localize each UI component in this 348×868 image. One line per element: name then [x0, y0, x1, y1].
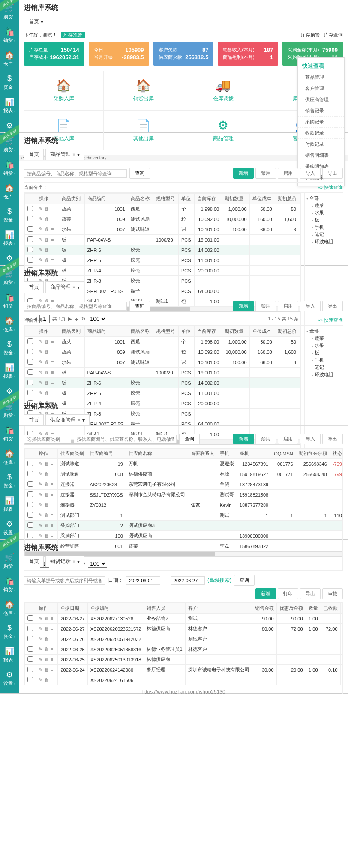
- tab-product-mgmt[interactable]: 商品管理×▾: [45, 149, 84, 160]
- date-from-input[interactable]: [126, 576, 160, 585]
- edit-icon[interactable]: ✎: [39, 339, 43, 344]
- delete-icon[interactable]: 🗑: [45, 247, 49, 252]
- delete-icon[interactable]: 🗑: [45, 257, 49, 263]
- table-row[interactable]: ✎🗑≡测试部门1测试111110.00已启用: [25, 510, 343, 521]
- action-button-导入[interactable]: 导入: [300, 301, 321, 311]
- edit-icon[interactable]: ✎: [39, 247, 43, 252]
- edit-icon[interactable]: ✎: [39, 523, 42, 528]
- sidebar-item-仓库[interactable]: 🏠仓库 ›: [0, 47, 19, 71]
- edit-icon[interactable]: ✎: [39, 227, 43, 232]
- quick-item[interactable]: 销售记录: [298, 105, 344, 116]
- more-icon[interactable]: ≡: [51, 216, 54, 221]
- tree-node[interactable]: 手机: [306, 224, 341, 231]
- table-row[interactable]: ✎🗑≡测试味道19万帆夏迎崇1234567891001776256698346-…: [25, 459, 343, 469]
- delete-icon[interactable]: 🗑: [44, 492, 49, 497]
- tree-node[interactable]: 笔记: [306, 364, 341, 371]
- delete-icon[interactable]: 🗑: [45, 370, 49, 375]
- sidebar-item-仓库[interactable]: 🏠仓库 ›: [0, 596, 19, 620]
- tab-product-mgmt[interactable]: 商品管理×▾: [45, 281, 84, 293]
- more-icon[interactable]: ≡: [51, 482, 53, 487]
- row-checkbox[interactable]: [27, 369, 33, 375]
- table-row[interactable]: ✎🗑≡蔬菜1001西瓜个1,998.001,000.0050.0050,: [25, 337, 300, 347]
- edit-icon[interactable]: ✎: [39, 370, 43, 375]
- table-row[interactable]: ✎🗑≡2022-06-25XS20220625013013918林德供应商未收款…: [25, 655, 343, 665]
- search-input[interactable]: [24, 302, 127, 311]
- row-checkbox[interactable]: [27, 471, 33, 476]
- row-checkbox[interactable]: [27, 359, 33, 365]
- table-row[interactable]: ✎🗑≡2022-06-25XS20220625051858316林德业务管理员1…: [25, 644, 343, 655]
- delete-icon[interactable]: 🗑: [45, 380, 49, 385]
- quick-item[interactable]: 商品管理: [298, 72, 344, 83]
- action-button-审核[interactable]: 审核: [322, 588, 343, 599]
- delete-icon[interactable]: 🗑: [44, 482, 49, 487]
- more-icon[interactable]: ≡: [51, 616, 53, 621]
- edit-icon[interactable]: ✎: [39, 206, 43, 211]
- top-link[interactable]: 库存预警: [301, 32, 320, 37]
- table-row[interactable]: ✎🗑≡XS20220624161506未收款: [25, 675, 343, 685]
- sidebar-item-销货[interactable]: 🛍️销货 ›: [0, 573, 19, 596]
- tab-supplier-mgmt[interactable]: 供应商管理×▾: [45, 414, 90, 425]
- search-button[interactable]: 查询: [129, 301, 150, 311]
- edit-icon[interactable]: ✎: [39, 502, 42, 507]
- sidebar-item-仓库[interactable]: 🏠仓库 ›: [0, 180, 19, 204]
- sidebar-item-销货[interactable]: 🛍️销货 ›: [0, 422, 19, 446]
- table-row[interactable]: ✎🗑≡2022-06-27XS20220626023521572林德供应商林德客…: [25, 624, 343, 634]
- row-checkbox[interactable]: [27, 380, 33, 385]
- row-checkbox[interactable]: [27, 257, 33, 263]
- advanced-search-link[interactable]: (高级搜索): [207, 577, 231, 584]
- edit-icon[interactable]: ✎: [39, 512, 42, 518]
- action-button-新增[interactable]: 新增: [255, 588, 276, 599]
- tree-node[interactable]: 手机: [306, 356, 341, 364]
- edit-icon[interactable]: ✎: [39, 237, 43, 242]
- delete-icon[interactable]: 🗑: [45, 216, 49, 221]
- action-button-导出[interactable]: 导出: [322, 434, 343, 444]
- table-row[interactable]: ✎🗑≡板ZHR-5胶壳PCS11,001.00: [25, 388, 300, 398]
- edit-icon[interactable]: ✎: [39, 482, 42, 487]
- row-checkbox[interactable]: [27, 236, 33, 242]
- close-icon[interactable]: ×: [72, 152, 75, 158]
- sidebar-item-购货[interactable]: 🛒购货 ›: [0, 549, 19, 573]
- row-checkbox[interactable]: [27, 206, 33, 211]
- action-button-导入[interactable]: 导入: [300, 434, 321, 444]
- search-button[interactable]: 查询: [234, 575, 255, 586]
- table-row[interactable]: ✎🗑≡连接器SSJLTDZYXGS深圳市金莱特电子有限公司测试哥15918821…: [25, 490, 343, 500]
- edit-icon[interactable]: ✎: [39, 626, 42, 631]
- action-button-导出[interactable]: 导出: [322, 168, 343, 179]
- row-checkbox[interactable]: [27, 533, 33, 538]
- delete-icon[interactable]: 🗑: [45, 390, 49, 395]
- row-checkbox[interactable]: [27, 216, 33, 221]
- row-checkbox[interactable]: [27, 636, 33, 641]
- delete-icon[interactable]: 🗑: [44, 471, 49, 476]
- delete-icon[interactable]: 🗑: [45, 339, 49, 344]
- action-采购入库[interactable]: 🏠采购入库: [24, 71, 104, 111]
- sidebar-item-仓库[interactable]: 🏠仓库 ›: [0, 446, 19, 469]
- delete-icon[interactable]: 🗑: [44, 616, 49, 621]
- quick-item[interactable]: 客户管理: [298, 83, 344, 94]
- tree-node[interactable]: 环波电阻: [306, 238, 341, 245]
- delete-icon[interactable]: 🗑: [44, 657, 49, 662]
- tab-home[interactable]: 首页: [24, 281, 44, 293]
- edit-icon[interactable]: ✎: [39, 359, 43, 365]
- sidebar-item-设置[interactable]: ⚙设置 ›: [0, 667, 19, 690]
- table-row[interactable]: ✎🗑≡水果007测试味道课10,101.00100.0066.006,: [25, 357, 300, 368]
- table-row[interactable]: ✎🗑≡连接器AK20220623东莞宏凯电子有限公司兰晓13728473139已…: [25, 479, 343, 490]
- quick-item[interactable]: 采购记录: [298, 116, 344, 127]
- more-icon[interactable]: ≡: [51, 339, 54, 344]
- sidebar-item-销货[interactable]: 🛍️销货 ›: [0, 156, 19, 180]
- close-icon[interactable]: ×: [72, 559, 75, 565]
- tree-node[interactable]: 全部: [306, 195, 341, 202]
- table-row[interactable]: ✎🗑≡采购部门100测试供应商13900000000已启用: [25, 531, 343, 541]
- more-icon[interactable]: ≡: [51, 370, 54, 375]
- more-icon[interactable]: ≡: [51, 647, 53, 652]
- more-icon[interactable]: ≡: [51, 512, 53, 518]
- delete-icon[interactable]: 🗑: [45, 206, 49, 211]
- tree-node[interactable]: 板: [306, 216, 341, 224]
- action-button-导出[interactable]: 导出: [322, 301, 343, 311]
- action-button-新增[interactable]: 新增: [233, 168, 254, 179]
- delete-icon[interactable]: 🗑: [44, 533, 49, 538]
- tree-node[interactable]: 蔬菜: [306, 202, 341, 209]
- tree-node[interactable]: 水果: [306, 209, 341, 216]
- delete-icon[interactable]: 🗑: [45, 237, 49, 242]
- edit-icon[interactable]: ✎: [39, 492, 42, 497]
- edit-icon[interactable]: ✎: [39, 636, 42, 641]
